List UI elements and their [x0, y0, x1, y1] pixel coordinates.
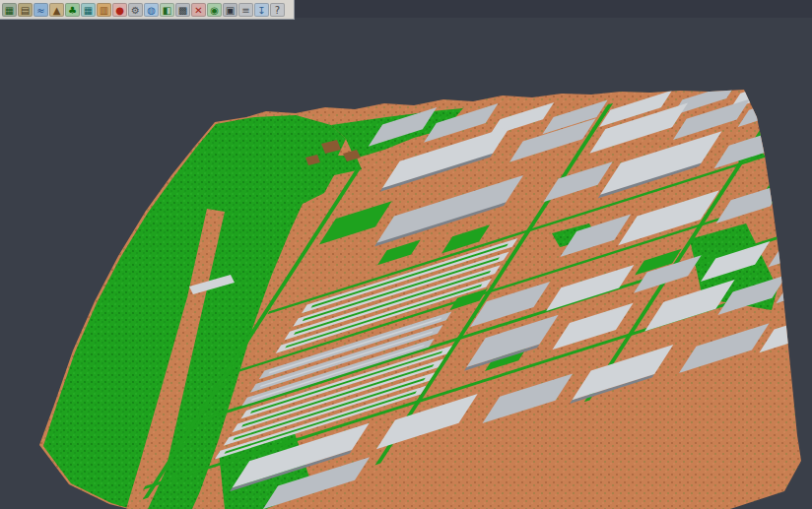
camera-icon[interactable]: ▣ [223, 3, 237, 17]
globe-icon[interactable]: ◍ [144, 3, 159, 17]
hillshade-icon[interactable]: ▲ [49, 3, 64, 17]
classify-icon[interactable]: ◧ [160, 3, 174, 17]
main-toolbar: ▦▤≈▲♣▦▥●⚙◍◧▩✕◉▣≡↧? [0, 0, 295, 20]
help-icon[interactable]: ? [270, 3, 285, 17]
settings-icon[interactable]: ⚙ [128, 3, 143, 17]
delete-icon[interactable]: ✕ [191, 3, 206, 17]
mesh-icon[interactable]: ▦ [81, 3, 96, 17]
layers-icon[interactable]: ≡ [238, 3, 253, 17]
viewport-3d[interactable] [0, 0, 812, 509]
export-icon[interactable]: ↧ [254, 3, 269, 17]
point-cloud-render [0, 0, 812, 509]
record-icon[interactable]: ● [112, 3, 127, 17]
dem-icon[interactable]: ▦ [2, 3, 17, 17]
ortho-icon[interactable]: ▤ [18, 3, 33, 17]
vegetation-icon[interactable]: ♣ [65, 3, 80, 17]
earth-icon[interactable]: ◉ [207, 3, 222, 17]
app-window: { "app": { "name": "3d-point-cloud-viewe… [0, 0, 812, 509]
tiles-icon[interactable]: ▥ [97, 3, 111, 17]
water-icon[interactable]: ≈ [34, 3, 48, 17]
grid-icon[interactable]: ▩ [175, 3, 190, 17]
